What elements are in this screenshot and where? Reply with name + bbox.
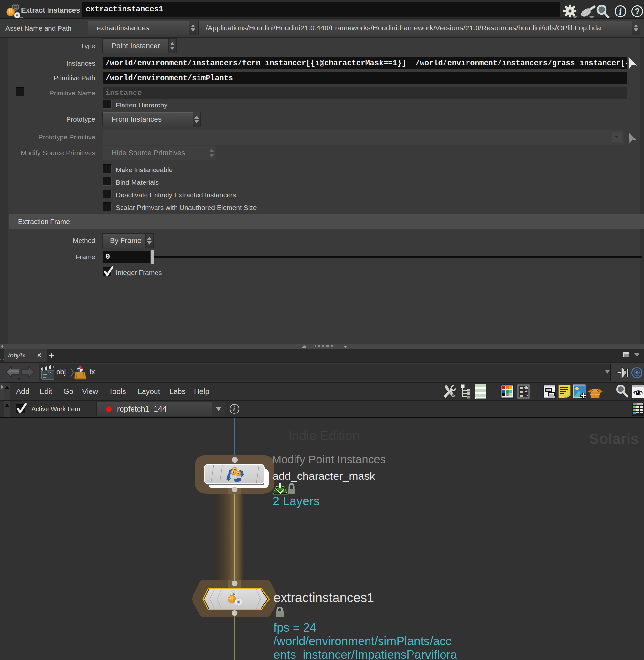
svg-text:?: ? [635,6,640,16]
svg-text:i: i [619,6,622,17]
